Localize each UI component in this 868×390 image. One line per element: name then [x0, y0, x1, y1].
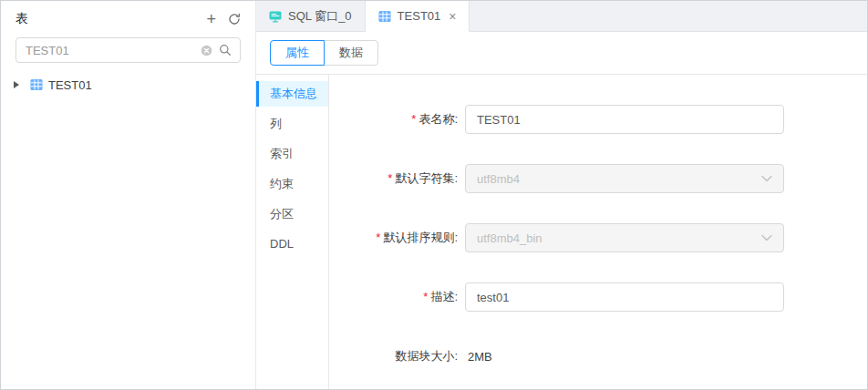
- table-search-box: [16, 37, 241, 63]
- collation-label: *默认排序规则:: [329, 230, 465, 246]
- required-mark: *: [376, 231, 380, 244]
- chevron-down-icon: [761, 235, 772, 241]
- required-mark: *: [423, 290, 428, 303]
- charset-value: utf8mb4: [477, 172, 520, 186]
- menu-item-indexes[interactable]: 索引: [256, 141, 328, 167]
- tab-bar: SQL 窗口_0 TEST01 ×: [256, 1, 867, 32]
- menu-item-basic-info[interactable]: 基本信息: [256, 81, 328, 107]
- table-search-input[interactable]: [26, 44, 194, 57]
- tab-label: SQL 窗口_0: [288, 8, 352, 25]
- properties-content: 基本信息 列 索引 约束 分区 DDL *表名称: *默认字符集:: [256, 75, 867, 389]
- data-block-size-label: 数据块大小:: [329, 348, 465, 364]
- form-row-charset: *默认字符集: utf8mb4: [329, 164, 867, 193]
- tree-item-label: TEST01: [48, 78, 92, 92]
- collation-value: utf8mb4_bin: [477, 231, 542, 245]
- form-row-collation: *默认排序规则: utf8mb4_bin: [329, 223, 867, 252]
- menu-item-partitions[interactable]: 分区: [256, 201, 328, 227]
- tab-label: TEST01: [398, 9, 441, 23]
- menu-item-ddl[interactable]: DDL: [256, 231, 328, 257]
- sidebar-header: 表 +: [1, 1, 255, 36]
- table-tree: TEST01: [1, 74, 255, 96]
- main-area: SQL 窗口_0 TEST01 × 属性 数据: [256, 1, 867, 389]
- description-label: *描述:: [329, 289, 465, 305]
- caret-right-icon[interactable]: [14, 81, 19, 88]
- sidebar-title: 表: [16, 11, 28, 27]
- data-block-size-value: 2MB: [465, 350, 492, 364]
- tab-sql-window[interactable]: SQL 窗口_0: [256, 1, 366, 31]
- table-properties-window: 表 +: [0, 0, 868, 390]
- clear-search-icon[interactable]: [201, 45, 212, 56]
- menu-item-constraints[interactable]: 约束: [256, 171, 328, 197]
- menu-item-columns[interactable]: 列: [256, 111, 328, 137]
- basic-info-form: *表名称: *默认字符集: utf8mb4: [329, 75, 867, 389]
- table-icon: [378, 10, 391, 23]
- view-switch: 属性 数据: [270, 40, 378, 66]
- charset-label: *默认字符集:: [329, 170, 465, 187]
- table-name-label: *表名称:: [329, 111, 465, 128]
- section-menu: 基本信息 列 索引 约束 分区 DDL: [256, 75, 329, 389]
- table-icon: [30, 78, 43, 91]
- form-row-table-name: *表名称:: [329, 105, 867, 134]
- collation-select: utf8mb4_bin: [465, 223, 784, 252]
- sql-console-icon: [269, 10, 282, 23]
- close-tab-icon[interactable]: ×: [449, 10, 456, 23]
- chevron-down-icon: [761, 176, 772, 182]
- form-row-data-block-size: 数据块大小: 2MB: [329, 342, 867, 371]
- required-mark: *: [388, 171, 392, 185]
- add-table-icon[interactable]: +: [206, 13, 216, 26]
- tree-item-test01[interactable]: TEST01: [1, 74, 255, 96]
- view-switch-toolbar: 属性 数据: [256, 32, 867, 75]
- tab-data[interactable]: 数据: [324, 40, 378, 66]
- tab-properties[interactable]: 属性: [270, 40, 325, 66]
- refresh-icon[interactable]: [228, 13, 241, 26]
- table-name-input[interactable]: [465, 105, 784, 134]
- form-row-description: *描述:: [329, 282, 867, 312]
- charset-select: utf8mb4: [465, 164, 784, 193]
- required-mark: *: [411, 112, 416, 126]
- sidebar: 表 +: [1, 1, 256, 389]
- description-input[interactable]: [465, 282, 784, 312]
- search-icon[interactable]: [219, 44, 232, 56]
- tab-test01[interactable]: TEST01 ×: [366, 1, 470, 32]
